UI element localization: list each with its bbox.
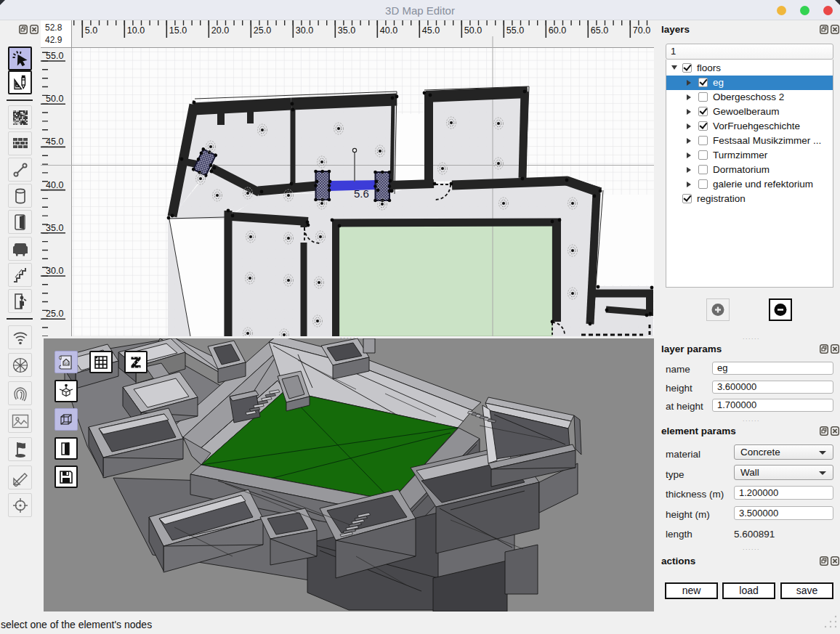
svg-text:5.6: 5.6	[354, 187, 369, 200]
svg-text:55.0: 55.0	[46, 51, 63, 61]
svg-text:70.0: 70.0	[633, 25, 650, 36]
svg-text:60.0: 60.0	[549, 25, 566, 36]
svg-text:15.0: 15.0	[169, 25, 187, 36]
svg-text:45.0: 45.0	[46, 137, 63, 147]
svg-text:GG: GG	[64, 361, 70, 365]
svg-text:25.0: 25.0	[254, 25, 271, 36]
svg-text:40.0: 40.0	[46, 180, 63, 190]
svg-text:55.0: 55.0	[506, 25, 524, 36]
svg-text:10.0: 10.0	[127, 25, 145, 36]
svg-text:30.0: 30.0	[296, 25, 313, 36]
svg-text:25.0: 25.0	[46, 309, 63, 319]
svg-text:35.0: 35.0	[46, 223, 63, 233]
svg-text:45.0: 45.0	[422, 25, 440, 36]
svg-text:35.0: 35.0	[338, 25, 355, 36]
svg-text:50.0: 50.0	[464, 25, 482, 36]
svg-text:30.0: 30.0	[46, 266, 63, 276]
svg-text:65.0: 65.0	[591, 25, 608, 36]
svg-text:40.0: 40.0	[380, 25, 397, 36]
svg-text:50.0: 50.0	[46, 94, 63, 104]
svg-text:5.0: 5.0	[85, 25, 97, 36]
svg-text:20.0: 20.0	[211, 25, 229, 36]
